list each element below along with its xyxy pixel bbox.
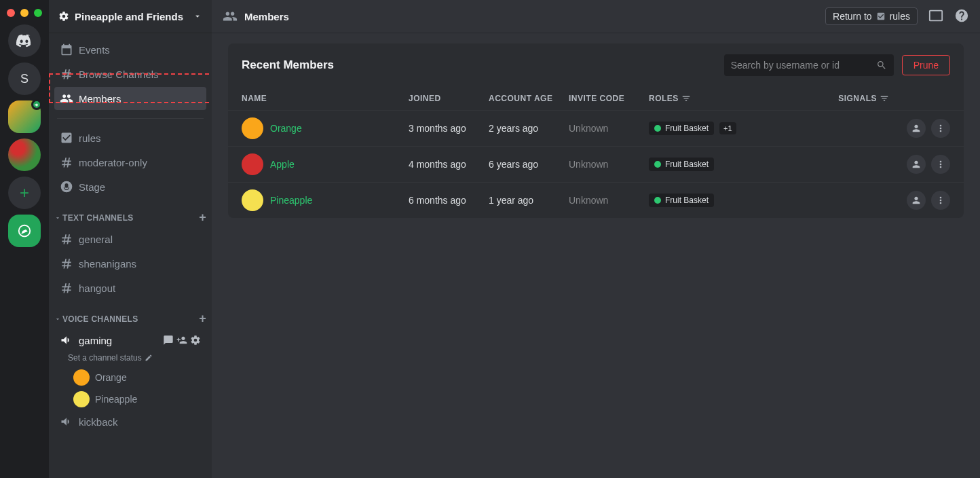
roles-cell: Fruit Basket [649, 194, 808, 207]
home-button[interactable] [8, 24, 41, 57]
inbox-icon[interactable] [928, 8, 943, 25]
channel-label: shenanigans [79, 258, 136, 270]
chat-icon[interactable] [163, 335, 174, 346]
members-icon [60, 92, 73, 105]
role-dot [654, 161, 661, 168]
content-area: Recent Members Prune NAME JOINED ACCOUNT… [212, 33, 980, 478]
member-action-icon[interactable] [907, 155, 926, 174]
col-roles[interactable]: ROLES [649, 94, 808, 103]
community-icon [58, 11, 69, 22]
role-extra[interactable]: +1 [719, 122, 736, 134]
voice-channel-kickback[interactable]: kickback [54, 410, 206, 433]
member-action-icon[interactable] [907, 119, 926, 138]
nav-label: Browse Channels [79, 69, 159, 80]
voice-member[interactable]: Orange [49, 367, 212, 388]
minimize-window[interactable] [20, 9, 29, 17]
panel-title: Recent Members [242, 58, 334, 72]
roles-cell: Fruit Basket +1 [649, 122, 808, 135]
channel-rules[interactable]: rules [54, 126, 206, 149]
return-button[interactable]: Return to rules [825, 7, 918, 25]
members-icon [223, 9, 238, 24]
prune-button[interactable]: Prune [902, 55, 950, 75]
rules-icon [876, 12, 886, 21]
maximize-window[interactable] [34, 9, 42, 17]
filter-icon [880, 94, 889, 103]
channel-label: Stage [79, 181, 105, 193]
rules-icon [60, 131, 73, 145]
add-server-button[interactable]: + [8, 177, 41, 209]
add-channel-icon[interactable]: + [199, 210, 206, 225]
invite-cell: Unknown [569, 195, 649, 206]
nav-label: Members [79, 93, 121, 105]
col-signals[interactable]: SIGNALS [808, 94, 889, 103]
channel-moderator[interactable]: moderator-only [54, 151, 206, 174]
category-voice[interactable]: VOICE CHANNELS + [49, 301, 212, 329]
role-dot [654, 125, 661, 132]
invite-cell: Unknown [569, 159, 649, 170]
hash-search-icon [60, 67, 73, 81]
nav-events[interactable]: Events [54, 38, 206, 61]
channel-status[interactable]: Set a channel status [49, 353, 212, 363]
pencil-icon [145, 354, 153, 362]
server-rail: S + [0, 0, 49, 478]
invite-cell: Unknown [569, 123, 649, 134]
channel-hangout[interactable]: hangout [54, 276, 206, 299]
category-text[interactable]: TEXT CHANNELS + [49, 200, 212, 227]
nav-browse[interactable]: Browse Channels [54, 62, 206, 86]
search-wrapper [724, 54, 894, 76]
member-row[interactable]: Orange 3 months ago 2 years ago Unknown … [228, 110, 964, 146]
server-item[interactable]: S [8, 62, 41, 95]
joined-cell: 3 months ago [409, 123, 489, 134]
channel-general[interactable]: general [54, 227, 206, 251]
col-invite[interactable]: INVITE CODE [569, 94, 649, 103]
col-age[interactable]: ACCOUNT AGE [489, 94, 569, 103]
main-header: Members Return to rules [212, 0, 980, 33]
server-item-active[interactable] [8, 100, 41, 133]
members-panel: Recent Members Prune NAME JOINED ACCOUNT… [228, 43, 964, 218]
channel-stage[interactable]: Stage [54, 175, 206, 198]
hash-icon [60, 281, 73, 295]
role-chip[interactable]: Fruit Basket [649, 158, 714, 171]
hash-icon [60, 232, 73, 246]
roles-cell: Fruit Basket [649, 158, 808, 171]
voice-member[interactable]: Pineapple [49, 388, 212, 410]
nav-members[interactable]: Members [54, 87, 206, 110]
joined-cell: 6 months ago [409, 195, 489, 206]
category-label: TEXT CHANNELS [62, 213, 134, 223]
invite-icon[interactable] [176, 335, 187, 346]
more-icon[interactable] [931, 119, 950, 138]
server-item[interactable] [8, 139, 41, 171]
more-icon[interactable] [931, 155, 950, 174]
channel-shenanigans[interactable]: shenanigans [54, 252, 206, 275]
add-channel-icon[interactable]: + [199, 312, 206, 326]
gear-icon[interactable] [190, 335, 201, 346]
joined-cell: 4 months ago [409, 159, 489, 170]
role-chip[interactable]: Fruit Basket [649, 122, 714, 135]
member-row[interactable]: Apple 4 months ago 6 years ago Unknown F… [228, 146, 964, 182]
col-name[interactable]: NAME [242, 94, 409, 103]
member-name: Orange [270, 123, 302, 134]
help-icon[interactable] [954, 8, 969, 25]
member-row[interactable]: Pineapple 6 months ago 1 year ago Unknow… [228, 182, 964, 218]
member-action-icon[interactable] [907, 191, 926, 210]
col-joined[interactable]: JOINED [409, 94, 489, 103]
member-name: Apple [270, 159, 295, 170]
server-dropdown[interactable]: Pineapple and Friends [49, 0, 212, 33]
hash-icon [60, 257, 73, 270]
explore-button[interactable] [8, 215, 41, 247]
role-chip[interactable]: Fruit Basket [649, 194, 714, 207]
hash-icon [60, 155, 73, 169]
channel-label: gaming [79, 335, 112, 346]
search-input[interactable] [731, 60, 876, 71]
more-icon[interactable] [931, 191, 950, 210]
return-channel: rules [890, 11, 910, 22]
channel-label: moderator-only [79, 157, 147, 168]
channel-label: rules [79, 132, 101, 144]
avatar [242, 117, 263, 139]
speaker-icon [60, 415, 73, 428]
channel-list: Events Browse Channels Members rules mod… [49, 33, 212, 478]
member-name: Pineapple [270, 195, 312, 206]
voice-channel-gaming[interactable]: gaming [54, 329, 206, 352]
close-window[interactable] [7, 9, 15, 17]
chevron-down-icon [54, 215, 61, 221]
